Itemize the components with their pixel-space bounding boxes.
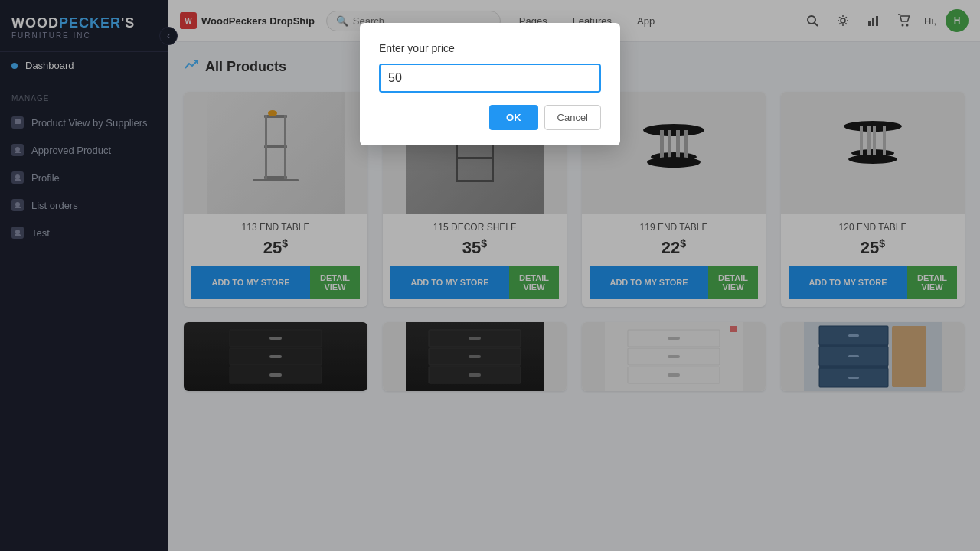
price-modal: Enter your price OK Cancel: [360, 23, 620, 145]
modal-overlay: Enter your price OK Cancel: [0, 0, 980, 551]
modal-title: Enter your price: [379, 42, 601, 54]
modal-actions: OK Cancel: [379, 105, 601, 130]
price-input[interactable]: [379, 64, 601, 93]
cancel-button[interactable]: Cancel: [544, 105, 601, 130]
ok-button[interactable]: OK: [489, 105, 538, 130]
